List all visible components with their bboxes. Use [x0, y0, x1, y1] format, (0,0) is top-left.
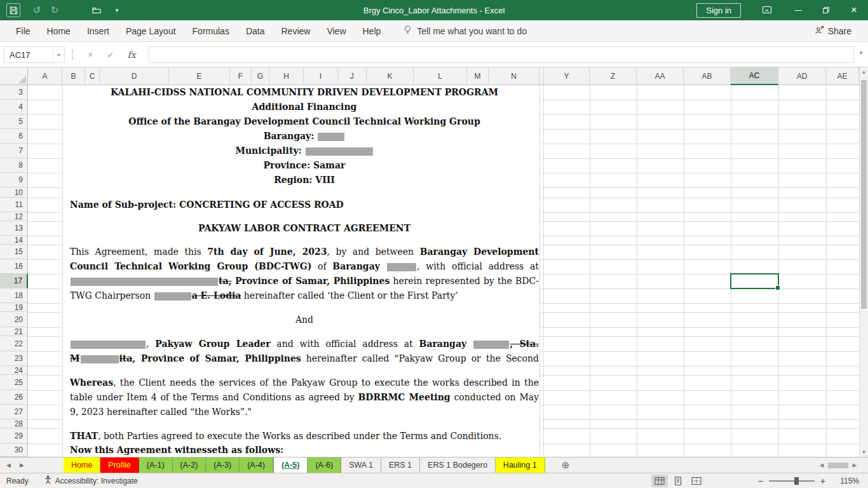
column-header-AC[interactable]: AC	[731, 67, 778, 85]
horizontal-scrollbar[interactable]: ◀ ▶	[817, 458, 859, 473]
row-header-9[interactable]: 9	[0, 173, 28, 187]
column-header-M[interactable]: M	[467, 67, 489, 85]
column-header-AD[interactable]: AD	[778, 67, 826, 85]
row-header-27[interactable]: 27	[0, 405, 28, 419]
row-header-4[interactable]: 4	[0, 100, 28, 114]
sign-in-button[interactable]: Sign in	[696, 3, 741, 18]
page-break-preview-icon[interactable]	[688, 475, 705, 487]
column-header-Z[interactable]: Z	[590, 67, 637, 85]
name-box[interactable]: AC17 ▾	[4, 46, 65, 63]
ribbon-display-options-icon[interactable]	[756, 0, 778, 20]
column-header-G[interactable]: G	[252, 67, 269, 85]
zoom-out-button[interactable]: −	[758, 476, 763, 486]
zoom-level[interactable]: 115%	[834, 477, 859, 485]
cancel-icon[interactable]: ×	[81, 46, 99, 63]
selected-cell-AC17[interactable]	[730, 273, 779, 289]
vertical-scrollbar[interactable]: ▲ ▼	[859, 67, 868, 457]
column-header-B[interactable]: B	[62, 67, 85, 85]
column-header-F[interactable]: F	[230, 67, 252, 85]
scroll-up-icon[interactable]: ▲	[860, 69, 868, 75]
zoom-slider-thumb[interactable]	[794, 477, 799, 485]
ribbon-tab-file[interactable]: File	[8, 20, 39, 41]
ribbon-tab-formulas[interactable]: Formulas	[184, 20, 238, 41]
share-button[interactable]: Share	[814, 25, 851, 37]
scroll-left-icon[interactable]: ◀	[817, 462, 826, 468]
column-header-AB[interactable]: AB	[684, 67, 731, 85]
column-header-AA[interactable]: AA	[637, 67, 684, 85]
sheet-tab-swa-1[interactable]: SWA 1	[341, 458, 381, 473]
column-header-D[interactable]: D	[100, 67, 169, 85]
ribbon-tab-page-layout[interactable]: Page Layout	[118, 20, 184, 41]
normal-view-icon[interactable]	[651, 475, 668, 487]
new-sheet-icon[interactable]: ⊕	[562, 458, 570, 473]
zoom-slider[interactable]	[769, 480, 815, 482]
row-header-6[interactable]: 6	[0, 129, 28, 144]
ribbon-tab-review[interactable]: Review	[273, 20, 319, 41]
row-header-23[interactable]: 23	[0, 351, 28, 366]
column-header-E[interactable]: E	[169, 67, 230, 85]
row-header-26[interactable]: 26	[0, 390, 28, 405]
zoom-in-button[interactable]: +	[820, 476, 825, 486]
row-header-16[interactable]: 16	[0, 259, 28, 274]
sheet-tab--a-6-[interactable]: (A-6)	[308, 458, 341, 473]
page-layout-view-icon[interactable]	[670, 475, 686, 487]
close-button[interactable]: ×	[840, 0, 868, 20]
row-header-15[interactable]: 15	[0, 245, 28, 259]
insert-function-icon[interactable]: fx	[123, 46, 140, 63]
ribbon-tab-data[interactable]: Data	[238, 20, 273, 41]
row-header-25[interactable]: 25	[0, 375, 28, 390]
row-header-22[interactable]: 22	[0, 336, 28, 351]
scroll-right-icon[interactable]: ▶	[850, 462, 859, 468]
row-header-17[interactable]: 17	[0, 274, 28, 288]
ribbon-tab-insert[interactable]: Insert	[79, 20, 118, 41]
column-header-L[interactable]: L	[414, 67, 467, 85]
tab-scroll-left-icon[interactable]: ◀	[6, 462, 11, 468]
column-header-K[interactable]: K	[367, 67, 414, 85]
row-header-30[interactable]: 30	[0, 444, 28, 457]
row-header-10[interactable]: 10	[0, 187, 28, 198]
undo-icon[interactable]: ↺	[29, 3, 44, 18]
row-header-20[interactable]: 20	[0, 312, 28, 327]
column-header-I[interactable]: I	[304, 67, 338, 85]
column-header-H[interactable]: H	[269, 67, 304, 85]
sheet-tab-ers-1[interactable]: ERS 1	[381, 458, 420, 473]
row-header-3[interactable]: 3	[0, 85, 28, 100]
vertical-scrollbar-thumb[interactable]	[861, 80, 867, 309]
column-header-AE[interactable]: AE	[826, 67, 859, 85]
row-header-19[interactable]: 19	[0, 303, 28, 312]
save-icon[interactable]	[6, 3, 20, 17]
row-header-8[interactable]: 8	[0, 158, 28, 173]
accessibility-status[interactable]: Accessibility: Investigate	[44, 475, 138, 486]
scroll-down-icon[interactable]: ▼	[860, 449, 868, 455]
row-header-14[interactable]: 14	[0, 236, 28, 245]
sheet-tab--a-3-[interactable]: (A-3)	[206, 458, 240, 473]
ribbon-tab-help[interactable]: Help	[355, 20, 390, 41]
ribbon-tab-home[interactable]: Home	[39, 20, 79, 41]
sheet-tab--a-5-[interactable]: (A-5)	[273, 458, 308, 473]
name-box-dropdown-icon[interactable]: ▾	[53, 47, 64, 62]
enter-icon[interactable]: ✓	[102, 46, 119, 63]
row-header-12[interactable]: 12	[0, 212, 28, 221]
row-header-11[interactable]: 11	[0, 198, 28, 212]
formula-input[interactable]	[149, 46, 854, 63]
row-header-21[interactable]: 21	[0, 327, 28, 336]
formula-bar-expand-icon[interactable]: ▾	[855, 50, 867, 56]
sheet-tab--a-2-[interactable]: (A-2)	[173, 458, 207, 473]
maximize-button[interactable]	[812, 0, 840, 20]
horizontal-scrollbar-thumb[interactable]	[828, 463, 848, 468]
row-header-7[interactable]: 7	[0, 144, 28, 158]
redo-icon[interactable]: ↻	[47, 3, 62, 18]
row-header-29[interactable]: 29	[0, 428, 28, 444]
column-header-A[interactable]: A	[28, 67, 62, 85]
sheet-tab-hauling-1[interactable]: Hauling 1	[496, 458, 545, 473]
row-header-18[interactable]: 18	[0, 288, 28, 303]
tell-me-box[interactable]: Tell me what you want to do	[403, 25, 527, 37]
sheet-tab-ers-1-bodegero[interactable]: ERS 1 Bodegero	[420, 458, 496, 473]
minimize-button[interactable]	[784, 0, 812, 20]
column-header-Y[interactable]: Y	[544, 67, 590, 85]
row-header-24[interactable]: 24	[0, 366, 28, 375]
sheet-tab-profile[interactable]: Profile	[100, 458, 139, 473]
ribbon-tab-view[interactable]: View	[318, 20, 354, 41]
tab-scroll-right-icon[interactable]: ▶	[20, 462, 24, 468]
column-header-C[interactable]: C	[85, 67, 100, 85]
